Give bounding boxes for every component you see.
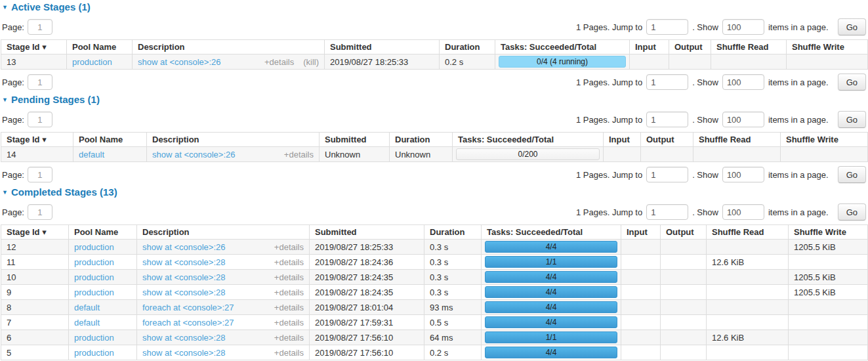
column-header-shuffle-read[interactable]: Shuffle Read (711, 40, 787, 54)
pending-stages-header[interactable]: ▼Pending Stages (1) (2, 95, 867, 105)
column-header-input[interactable]: Input (630, 40, 669, 54)
details-link[interactable]: +details (274, 287, 304, 297)
pool-name-link[interactable]: production (74, 257, 114, 267)
description-link[interactable]: show at <console>:28 (142, 348, 225, 358)
column-header-output[interactable]: Output (641, 133, 693, 147)
column-header-description[interactable]: Description (147, 133, 320, 147)
pool-name-link[interactable]: default (74, 318, 100, 328)
column-header-duration[interactable]: Duration (390, 133, 453, 147)
input-cell (630, 54, 669, 70)
submitted-cell: Unknown (320, 147, 390, 162)
page-number-input[interactable] (28, 112, 52, 127)
go-button[interactable]: Go (838, 166, 866, 183)
show-count-input[interactable] (722, 167, 764, 182)
completed-stages-header[interactable]: ▼Completed Stages (13) (2, 187, 867, 198)
shuffle-read-cell (707, 240, 789, 255)
pool-name-link[interactable]: production (74, 348, 114, 358)
column-header-pool-name[interactable]: Pool Name (67, 40, 133, 54)
jump-to-input[interactable] (646, 204, 688, 220)
show-label: . Show (692, 22, 718, 32)
page-number-input[interactable] (28, 19, 52, 35)
pool-name-link[interactable]: production (72, 57, 112, 67)
pool-name-link[interactable]: production (74, 242, 114, 252)
shuffle-write-cell (789, 300, 868, 315)
go-button[interactable]: Go (838, 111, 866, 128)
column-header-tasks-succeeded-total[interactable]: Tasks: Succeeded/Total (482, 225, 621, 240)
go-button[interactable]: Go (838, 203, 866, 221)
pool-name-cell: default (69, 300, 137, 315)
pool-name-link[interactable]: production (74, 287, 114, 297)
items-per-page-label: items in a page. (768, 115, 829, 125)
details-link[interactable]: +details (274, 257, 304, 267)
go-button[interactable]: Go (838, 74, 866, 91)
column-header-tasks-succeeded-total[interactable]: Tasks: Succeeded/Total (495, 40, 630, 54)
show-count-input[interactable] (722, 19, 764, 35)
table-row: 14defaultshow at <console>:26+detailsUnk… (1, 147, 868, 162)
description-link[interactable]: show at <console>:26 (152, 150, 235, 159)
tasks-progress-bar: 4/4 (485, 241, 617, 253)
jump-to-input[interactable] (646, 112, 688, 127)
jump-to-input[interactable] (646, 19, 688, 35)
show-count-input[interactable] (722, 112, 764, 127)
column-header-stage-id[interactable]: Stage Id ▾ (1, 40, 67, 54)
active-stages-header[interactable]: ▼Active Stages (1) (2, 2, 867, 12)
column-header-shuffle-read[interactable]: Shuffle Read (707, 225, 789, 240)
column-header-shuffle-write[interactable]: Shuffle Write (781, 133, 868, 147)
column-header-tasks-succeeded-total[interactable]: Tasks: Succeeded/Total (453, 133, 604, 147)
column-header-shuffle-write[interactable]: Shuffle Write (787, 40, 868, 54)
show-label: . Show (692, 77, 718, 87)
pool-name-link[interactable]: default (74, 303, 100, 312)
description-link[interactable]: foreach at <console>:27 (142, 318, 234, 328)
page-number-input[interactable] (28, 74, 52, 90)
column-header-shuffle-read[interactable]: Shuffle Read (693, 133, 781, 147)
column-header-input[interactable]: Input (604, 133, 641, 147)
jump-to-input[interactable] (646, 74, 688, 90)
go-button[interactable]: Go (838, 18, 866, 35)
column-header-stage-id[interactable]: Stage Id ▾ (1, 133, 73, 147)
pool-name-link[interactable]: production (74, 333, 114, 343)
description-link[interactable]: show at <console>:28 (142, 287, 225, 297)
details-link[interactable]: +details (274, 333, 304, 343)
details-link[interactable]: +details (274, 272, 304, 282)
details-link[interactable]: +details (274, 348, 304, 358)
column-header-stage-id[interactable]: Stage Id ▾ (1, 225, 69, 240)
page-number-input[interactable] (28, 204, 52, 220)
description-link[interactable]: show at <console>:28 (142, 333, 225, 343)
column-header-pool-name[interactable]: Pool Name (73, 133, 147, 147)
column-header-submitted[interactable]: Submitted (310, 225, 424, 240)
column-header-output[interactable]: Output (661, 225, 707, 240)
details-link[interactable]: +details (284, 150, 314, 159)
table-row: 10productionshow at <console>:28+details… (1, 270, 868, 285)
kill-link[interactable]: (kill) (303, 57, 319, 67)
details-link[interactable]: +details (274, 303, 304, 312)
column-header-duration[interactable]: Duration (440, 40, 495, 54)
completed-top-pagination: Page:1 Pages. Jump to. Showitems in a pa… (2, 203, 866, 221)
column-header-pool-name[interactable]: Pool Name (69, 225, 137, 240)
description-link[interactable]: show at <console>:26 (138, 57, 220, 67)
show-count-input[interactable] (722, 204, 764, 220)
details-link[interactable]: +details (274, 318, 304, 328)
column-header-duration[interactable]: Duration (424, 225, 482, 240)
column-header-description[interactable]: Description (137, 225, 310, 240)
pool-name-link[interactable]: production (74, 272, 114, 282)
column-header-shuffle-write[interactable]: Shuffle Write (789, 225, 868, 240)
column-header-description[interactable]: Description (133, 40, 325, 54)
column-header-submitted[interactable]: Submitted (325, 40, 440, 54)
details-link[interactable]: +details (274, 242, 304, 252)
show-count-input[interactable] (722, 74, 764, 90)
description-link[interactable]: show at <console>:26 (142, 242, 225, 252)
description-link[interactable]: foreach at <console>:27 (142, 303, 234, 312)
column-header-submitted[interactable]: Submitted (320, 133, 390, 147)
pool-name-link[interactable]: default (79, 150, 104, 159)
jump-to-input[interactable] (646, 167, 688, 182)
details-link[interactable]: +details (264, 57, 294, 67)
tasks-cell: 1/1 (482, 255, 621, 270)
column-header-input[interactable]: Input (621, 225, 661, 240)
page-number-input[interactable] (28, 167, 52, 182)
description-link[interactable]: show at <console>:28 (142, 272, 225, 282)
submitted-cell: 2019/08/27 18:25:33 (325, 54, 440, 70)
column-header-output[interactable]: Output (669, 40, 711, 54)
shuffle-read-cell (707, 270, 789, 285)
description-cell: show at <console>:28+details (137, 270, 310, 285)
description-link[interactable]: show at <console>:28 (142, 257, 225, 267)
